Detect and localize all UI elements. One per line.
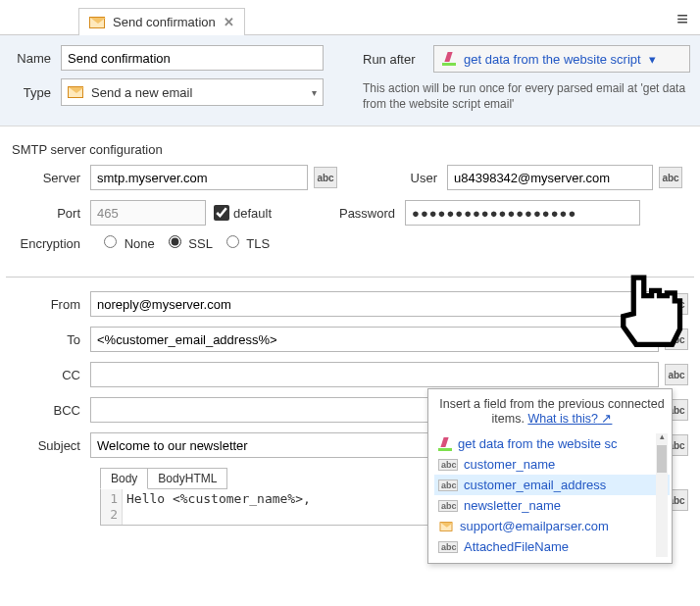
server-label: Server: [12, 171, 90, 185]
tab-send-confirmation[interactable]: Send confirmation ✕: [78, 8, 245, 35]
popup-item-attached-filename[interactable]: abc AttachedFileName: [434, 536, 670, 537]
popup-item-customer-name[interactable]: abc customer_name: [434, 454, 670, 475]
tab-bodyhtml[interactable]: BodyHTML: [148, 468, 227, 489]
chevron-down-icon: ▾: [649, 52, 656, 67]
server-input[interactable]: [90, 165, 308, 190]
popup-list: get data from the website sc abc custome…: [434, 433, 670, 537]
mail-icon: [440, 522, 453, 531]
bcc-label: BCC: [12, 403, 90, 418]
smtp-section-title: SMTP server configuration: [12, 142, 700, 157]
mail-icon: [89, 17, 105, 28]
cc-label: CC: [12, 368, 90, 382]
name-label: Name: [10, 51, 61, 66]
insert-field-popup: Insert a field from the previous connect…: [427, 388, 673, 537]
user-abc-button[interactable]: abc: [659, 167, 682, 188]
menu-icon[interactable]: ≡: [676, 8, 688, 30]
from-abc-button[interactable]: abc: [665, 293, 688, 315]
close-icon[interactable]: ✕: [224, 15, 234, 29]
abc-icon: abc: [438, 459, 458, 471]
run-after-label: Run after: [363, 52, 433, 67]
server-abc-button[interactable]: abc: [314, 167, 337, 188]
default-checkbox[interactable]: [214, 205, 229, 221]
popup-header: Insert a field from the previous connect…: [434, 395, 670, 433]
popup-item-customer-email[interactable]: abc customer_email_address: [434, 475, 670, 495]
scroll-up-icon: ▴: [656, 433, 668, 443]
mail-icon: [68, 86, 83, 98]
tab-title: Send confirmation: [113, 15, 216, 29]
port-label: Port: [12, 206, 90, 221]
enc-none-radio[interactable]: None: [90, 235, 155, 251]
highlighter-icon: [438, 437, 452, 451]
popup-item-script[interactable]: get data from the website sc: [434, 433, 670, 454]
run-after-select[interactable]: get data from the website script ▾: [433, 45, 690, 73]
type-value: Send a new email: [91, 85, 192, 100]
body-text: Hello <%customer_name%>,: [123, 489, 315, 525]
separator: [6, 277, 694, 278]
to-input[interactable]: [90, 327, 659, 352]
from-label: From: [12, 297, 90, 312]
user-label: User: [367, 171, 447, 185]
type-label: Type: [10, 85, 61, 100]
line-gutter: 12: [101, 489, 123, 525]
cc-input[interactable]: [90, 362, 659, 387]
popup-scrollbar[interactable]: ▴: [656, 433, 668, 537]
action-header: Name Type Send a new email ▾ Run after g…: [0, 35, 700, 126]
scroll-thumb[interactable]: [657, 445, 667, 473]
abc-icon: abc: [438, 500, 458, 512]
run-after-value: get data from the website script: [464, 52, 641, 67]
default-label: default: [233, 206, 272, 221]
encryption-label: Encryption: [12, 236, 90, 251]
name-input[interactable]: [61, 45, 324, 71]
type-select[interactable]: Send a new email ▾: [61, 78, 324, 106]
user-input[interactable]: [447, 165, 653, 190]
subject-label: Subject: [12, 438, 90, 453]
enc-tls-radio[interactable]: TLS: [213, 235, 270, 251]
password-label: Password: [325, 206, 405, 221]
to-label: To: [12, 332, 90, 347]
from-input[interactable]: [90, 291, 659, 317]
what-is-this-link[interactable]: What is this? ↗: [527, 412, 612, 426]
port-input[interactable]: [90, 200, 206, 226]
chevron-down-icon: ▾: [312, 87, 317, 98]
tab-body[interactable]: Body: [100, 468, 148, 489]
abc-icon: abc: [438, 480, 458, 491]
to-abc-button[interactable]: abc: [665, 328, 688, 350]
enc-ssl-radio[interactable]: SSL: [155, 235, 213, 251]
popup-item-newsletter-name[interactable]: abc newsletter_name: [434, 495, 670, 516]
password-input[interactable]: ●●●●●●●●●●●●●●●●●●●: [405, 200, 640, 226]
cc-abc-button[interactable]: abc: [665, 364, 688, 385]
run-after-helper: This action will be run once for every p…: [363, 80, 690, 112]
tab-strip: Send confirmation ✕ ≡: [0, 0, 700, 35]
smtp-form: Server abc User abc Port default Passwor…: [0, 165, 700, 267]
highlighter-icon: [442, 52, 456, 66]
popup-item-support-email[interactable]: support@emailparser.com: [434, 516, 670, 536]
